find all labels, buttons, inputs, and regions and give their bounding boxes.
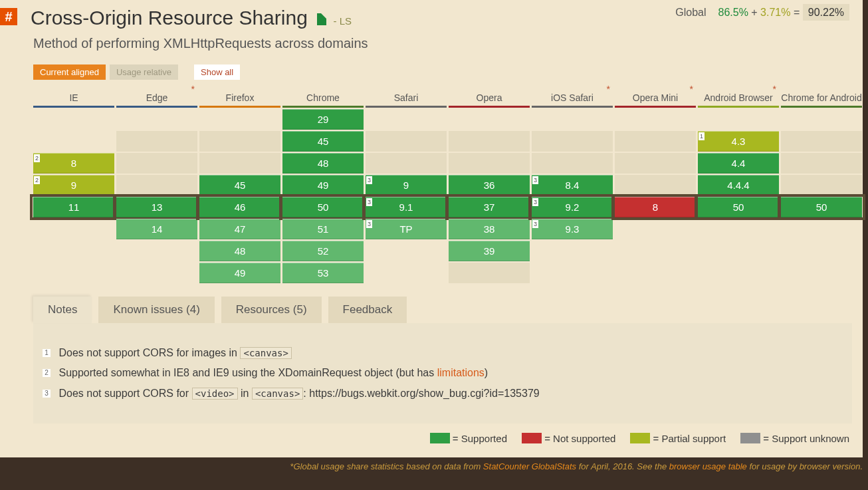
slot-safari-2	[366, 153, 447, 174]
version-cell[interactable]: 8	[615, 197, 696, 217]
slot-ios-2	[532, 153, 613, 174]
browser-col-edge: Edge*	[116, 85, 197, 108]
browser-header-chrome[interactable]: Chrome	[282, 85, 364, 108]
slot-chand-2	[781, 153, 862, 174]
slot-safari-7	[366, 263, 447, 283]
tab-resources[interactable]: Resources (5)	[221, 297, 322, 323]
version-cell[interactable]: 50	[781, 197, 862, 217]
slot-ie-6	[33, 241, 114, 261]
browser-header-ie[interactable]: IE	[33, 85, 114, 108]
version-cell[interactable]: 4.4.4	[698, 175, 779, 195]
slot-chrome-2: 48	[282, 153, 364, 174]
version-cell[interactable]: 51	[282, 219, 364, 239]
btn-show-all[interactable]: Show all	[194, 64, 240, 80]
version-cell[interactable]: 47	[199, 219, 280, 239]
browser-header-chand[interactable]: Chrome for Android	[781, 85, 862, 108]
slot-firefox-0	[199, 109, 280, 130]
note-1: 1 Does not support CORS for images in <c…	[43, 343, 843, 363]
browser-header-firefox[interactable]: Firefox	[199, 85, 280, 108]
version-cell[interactable]: 50	[698, 197, 779, 217]
version-cell[interactable]: 48	[282, 153, 364, 174]
btn-current-aligned[interactable]: Current aligned	[33, 64, 106, 80]
slot-opera-0	[449, 109, 530, 130]
browser-header-edge[interactable]: Edge*	[116, 85, 197, 108]
version-cell[interactable]: 4.31	[698, 131, 779, 152]
slot-opera-3: 36	[449, 175, 530, 195]
slot-chrome-4: 50	[282, 197, 364, 217]
slot-chrome-7: 53	[282, 263, 364, 283]
browser-header-safari[interactable]: Safari	[366, 85, 447, 108]
note-badge-2: 2	[43, 369, 51, 377]
version-cell[interactable]: 53	[282, 263, 364, 283]
browser-slots-row: 829211131445464748492945484950515253939.…	[33, 108, 852, 283]
version-cell[interactable]: 92	[33, 175, 114, 195]
browser-header-ios[interactable]: iOS Safari*	[532, 85, 613, 108]
version-cell[interactable]: TP3	[366, 219, 447, 239]
slot-android-5	[698, 219, 779, 239]
version-cell[interactable]: 9.33	[532, 219, 613, 239]
version-cell[interactable]: 8.43	[532, 175, 613, 195]
slot-col-safari: 939.13TP3	[366, 108, 447, 283]
global-label: Global	[675, 7, 706, 19]
slot-col-firefox: 4546474849	[199, 108, 280, 283]
version-cell[interactable]: 82	[33, 153, 114, 174]
browser-header-omini[interactable]: Opera Mini*	[615, 85, 696, 108]
browser-header-row: IEEdge*FirefoxChromeSafariOperaiOS Safar…	[33, 85, 852, 108]
slot-ie-4: 11	[33, 197, 114, 217]
feature-subtitle: Method of performing XMLHttpRequests acr…	[0, 32, 863, 64]
version-cell[interactable]: 48	[199, 241, 280, 261]
slot-chrome-6: 52	[282, 241, 364, 261]
version-cell[interactable]: 50	[282, 197, 364, 217]
version-cell[interactable]: 45	[282, 131, 364, 152]
version-cell[interactable]: 36	[449, 175, 530, 195]
slot-omini-3	[615, 175, 696, 195]
slot-ios-0	[532, 109, 613, 130]
version-cell[interactable]: 38	[449, 219, 530, 239]
version-cell[interactable]: 49	[199, 263, 280, 283]
version-cell[interactable]: 39	[449, 241, 530, 261]
note-ref-3: 3	[532, 220, 538, 228]
header-row: # Cross-Origin Resource Sharing - LS Glo…	[0, 0, 863, 32]
btn-usage-relative[interactable]: Usage relative	[110, 64, 178, 80]
version-cell[interactable]: 37	[449, 197, 530, 217]
slot-android-7	[698, 263, 779, 283]
version-cell[interactable]: 9.13	[366, 197, 447, 217]
tab-known-issues[interactable]: Known issues (4)	[98, 297, 214, 323]
slot-omini-5	[615, 219, 696, 239]
slot-opera-1	[449, 131, 530, 152]
browser-usage-link[interactable]: browser usage table	[669, 461, 747, 471]
slot-omini-4: 8	[615, 197, 696, 217]
slot-ios-7	[532, 263, 613, 283]
version-cell[interactable]: 4.4	[698, 153, 779, 174]
version-cell[interactable]: 14	[116, 219, 197, 239]
slot-edge-5: 14	[116, 219, 197, 239]
browser-header-android[interactable]: Android Browser*	[698, 85, 779, 108]
slot-chand-0	[781, 109, 862, 130]
slot-android-1: 4.31	[698, 131, 779, 152]
slot-edge-6	[116, 241, 197, 261]
version-cell[interactable]: 13	[116, 197, 197, 217]
slot-android-6	[698, 241, 779, 261]
permalink-hash[interactable]: #	[0, 8, 17, 25]
browser-col-ios: iOS Safari*	[532, 85, 613, 108]
slot-ie-0	[33, 109, 114, 130]
note-badge-1: 1	[43, 349, 51, 357]
note-ref-1: 1	[699, 132, 705, 140]
slot-chrome-0: 29	[282, 109, 364, 130]
limitations-link[interactable]: limitations	[437, 367, 485, 378]
tab-feedback[interactable]: Feedback	[328, 297, 407, 323]
version-cell[interactable]: 9.23	[532, 197, 613, 217]
tab-notes[interactable]: Notes	[33, 297, 92, 323]
version-cell[interactable]: 46	[199, 197, 280, 217]
version-cell[interactable]: 45	[199, 175, 280, 195]
statcounter-link[interactable]: StatCounter GlobalStats	[483, 461, 576, 471]
version-cell[interactable]: 29	[282, 109, 364, 130]
slot-chand-5	[781, 219, 862, 239]
version-cell[interactable]: 11	[33, 197, 114, 217]
version-cell[interactable]: 49	[282, 175, 364, 195]
slot-safari-3: 93	[366, 175, 447, 195]
version-cell[interactable]: 93	[366, 175, 447, 195]
version-cell[interactable]: 52	[282, 241, 364, 261]
slot-edge-1	[116, 131, 197, 152]
browser-header-opera[interactable]: Opera	[449, 85, 530, 108]
